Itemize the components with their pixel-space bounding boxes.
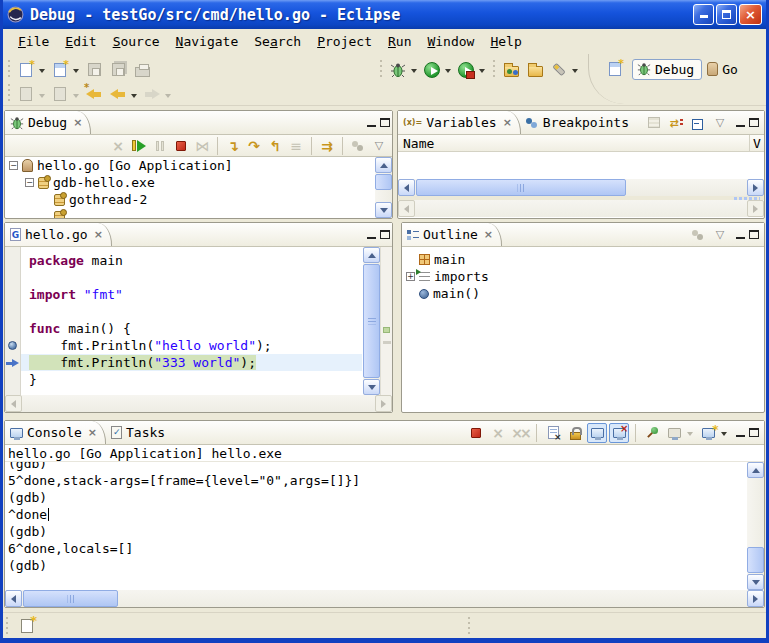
menu-help[interactable]: Help	[483, 32, 528, 51]
editor-hscrollbar[interactable]	[5, 395, 392, 412]
editor-body[interactable]: package mainimport "fmt"func main() { fm…	[5, 247, 392, 395]
forward-button[interactable]	[141, 82, 163, 106]
toolbar-grip[interactable]	[491, 60, 496, 80]
close-tab-icon[interactable]: ×	[484, 228, 493, 241]
tab-outline[interactable]: Outline ×	[402, 223, 502, 246]
pin-console-button[interactable]	[642, 423, 662, 443]
remove-all-launches-button[interactable]: ××	[510, 423, 530, 443]
code-line[interactable]	[5, 303, 362, 320]
code-line[interactable]: fmt.Println("333 world");	[5, 354, 362, 371]
run-button[interactable]	[421, 58, 443, 82]
use-step-filters-button[interactable]: ⇉	[317, 136, 337, 156]
overview-ruler[interactable]	[380, 247, 392, 395]
debug-tree-item[interactable]: −gdb-hello.exe	[5, 174, 392, 191]
external-tools-dropdown[interactable]	[479, 69, 485, 76]
code-line[interactable]: func main() {	[5, 320, 362, 337]
menu-source[interactable]: Source	[106, 32, 167, 51]
collapse-expander-icon[interactable]: −	[25, 178, 34, 187]
gutter-cell[interactable]	[5, 269, 21, 286]
maximize-view-button[interactable]	[380, 230, 390, 239]
maximize-view-button[interactable]	[749, 428, 759, 437]
back-dropdown[interactable]	[131, 94, 137, 101]
minimize-view-button[interactable]	[736, 429, 745, 437]
debug-tree-item[interactable]: −hello.go [Go Application]	[5, 157, 392, 174]
outline-item[interactable]: main()	[402, 285, 764, 302]
minimize-view-button[interactable]	[736, 231, 745, 239]
debug-tree-item[interactable]: gothread-2	[5, 191, 392, 208]
print-button[interactable]	[131, 58, 153, 82]
variables-tree-area[interactable]	[398, 152, 764, 179]
new-wizard-button[interactable]: *	[15, 58, 37, 82]
toolbar-grip[interactable]	[6, 84, 11, 104]
expand-expander-icon[interactable]: +	[406, 272, 415, 281]
gutter-cell[interactable]	[5, 337, 21, 354]
outline-item[interactable]: +imports	[402, 268, 764, 285]
menu-navigate[interactable]: Navigate	[169, 32, 246, 51]
titlebar[interactable]: Debug - testGo/src/cmd/hello.go - Eclips…	[3, 0, 766, 29]
tab-tasks[interactable]: Tasks	[106, 421, 173, 444]
show-logical-structure-button[interactable]	[666, 113, 686, 133]
outline-extra-button[interactable]	[688, 225, 708, 245]
next-annotation-dropdown[interactable]	[39, 94, 45, 101]
remove-terminated-button[interactable]: ×	[108, 136, 128, 156]
gutter-cell[interactable]	[5, 320, 21, 337]
run-dropdown[interactable]	[445, 69, 451, 76]
minimize-view-button[interactable]	[736, 119, 745, 127]
open-type-button[interactable]	[500, 58, 522, 82]
details-hscrollbar[interactable]	[398, 200, 764, 217]
step-over-button[interactable]: ↷	[244, 136, 264, 156]
fast-view-icon[interactable]	[21, 619, 33, 633]
console-hscrollbar[interactable]	[5, 590, 764, 607]
editor-vscrollbar[interactable]	[363, 247, 380, 395]
gutter-cell[interactable]	[5, 252, 21, 269]
menu-run[interactable]: Run	[381, 32, 418, 51]
toolbar-grip[interactable]	[6, 60, 11, 80]
suspend-button[interactable]	[150, 136, 170, 156]
debug-extra-button[interactable]	[348, 136, 368, 156]
show-type-names-button[interactable]	[644, 113, 664, 133]
debug-dropdown[interactable]	[411, 69, 417, 76]
code-line[interactable]	[5, 269, 362, 286]
last-edit-location-button[interactable]: *	[83, 82, 105, 106]
debug-tree-item[interactable]	[5, 208, 392, 218]
step-into-button[interactable]: ↴	[223, 136, 243, 156]
open-resource-button[interactable]	[524, 58, 546, 82]
open-console-button[interactable]	[698, 423, 718, 443]
collapse-expander-icon[interactable]: −	[9, 161, 18, 170]
breakpoint-icon[interactable]	[8, 341, 17, 350]
debug-button[interactable]	[387, 58, 409, 82]
variables-hscrollbar[interactable]	[398, 179, 764, 196]
code-line[interactable]: import "fmt"	[5, 286, 362, 303]
display-console-button[interactable]	[664, 423, 684, 443]
menu-project[interactable]: Project	[310, 32, 379, 51]
perspective-go-button[interactable]: Go	[707, 62, 738, 77]
external-tools-button[interactable]	[455, 58, 477, 82]
new-project-dropdown[interactable]	[73, 69, 79, 76]
console-terminate-button[interactable]	[466, 423, 486, 443]
menu-window[interactable]: Window	[420, 32, 481, 51]
collapse-all-button[interactable]	[688, 113, 708, 133]
show-stderr-button[interactable]	[609, 423, 629, 443]
minimize-button[interactable]	[693, 4, 714, 25]
tab-hello-go[interactable]: G hello.go ×	[5, 223, 112, 246]
display-console-dropdown[interactable]	[687, 432, 693, 439]
tab-breakpoints[interactable]: Breakpoints	[521, 111, 637, 134]
debug-tree-scrollbar[interactable]	[375, 157, 392, 218]
close-tab-icon[interactable]: ×	[73, 116, 82, 129]
drop-to-frame-button[interactable]: ≡	[286, 136, 306, 156]
open-perspective-button[interactable]: *	[604, 57, 626, 81]
code-line[interactable]: }	[5, 371, 362, 388]
range-indicator[interactable]	[383, 341, 391, 344]
terminate-button[interactable]	[171, 136, 191, 156]
console-vscrollbar[interactable]	[747, 462, 764, 590]
close-tab-icon[interactable]: ×	[94, 228, 103, 241]
disconnect-button[interactable]: ⋈	[192, 136, 212, 156]
next-annotation-button[interactable]	[15, 82, 37, 106]
previous-annotation-dropdown[interactable]	[73, 94, 79, 101]
tab-debug[interactable]: Debug ×	[5, 111, 91, 134]
search-button[interactable]	[548, 58, 570, 82]
new-project-button[interactable]: *	[49, 58, 71, 82]
tab-console[interactable]: Console ×	[5, 421, 106, 444]
open-console-dropdown[interactable]	[721, 432, 727, 439]
code-area[interactable]: package mainimport "fmt"func main() { fm…	[5, 252, 362, 388]
